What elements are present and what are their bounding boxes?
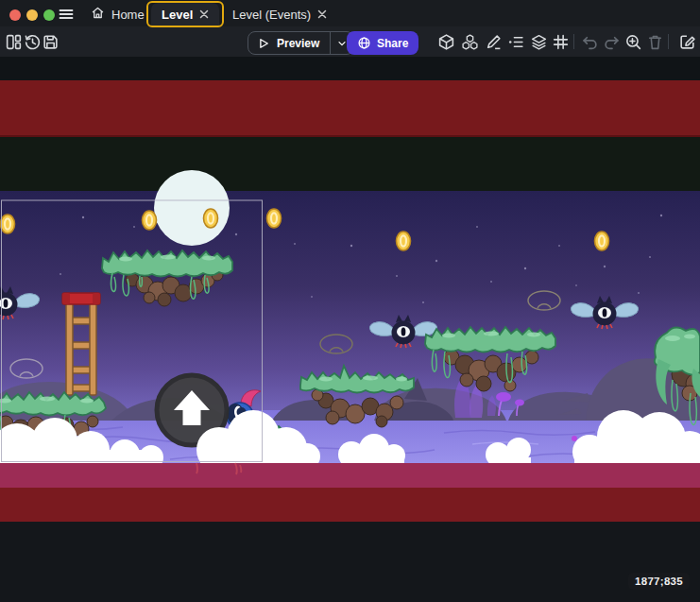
edit-object-button[interactable] [482, 30, 504, 53]
close-icon[interactable] [199, 9, 209, 19]
moon[interactable] [154, 170, 230, 246]
layers-button[interactable] [527, 30, 550, 53]
tab-level-events-label: Level (Events) [232, 8, 311, 22]
object-groups-icon [461, 33, 479, 51]
redo-button[interactable] [600, 30, 623, 53]
coin[interactable] [1, 215, 15, 233]
scene-editor-canvas[interactable]: 1877;835 [0, 57, 700, 602]
add-object-button[interactable] [435, 30, 457, 53]
scene-svg [0, 57, 700, 602]
delete-button[interactable] [643, 30, 666, 53]
instances-list-button[interactable] [504, 30, 526, 53]
close-window-button[interactable] [9, 9, 21, 21]
minimize-window-button[interactable] [26, 9, 38, 21]
share-button-label: Share [377, 37, 408, 50]
edit-scene-properties-button[interactable] [675, 30, 698, 53]
tab-level-events[interactable]: Level (Events) [232, 3, 327, 26]
grid-button[interactable] [549, 30, 572, 53]
app-window: Home Level Level (Events) Preview [0, 0, 700, 602]
undo-button[interactable] [578, 30, 601, 53]
grid-icon [552, 33, 570, 51]
hamburger-menu-icon[interactable] [57, 5, 75, 23]
globe-icon [357, 36, 371, 50]
save-icon [42, 33, 60, 51]
tab-home[interactable]: Home [91, 3, 145, 26]
zoom-in-icon [624, 33, 642, 51]
coin[interactable] [143, 211, 157, 230]
cursor-coordinates-badge: 1877;835 [628, 573, 690, 590]
coin[interactable] [595, 232, 609, 250]
dark-band[interactable] [0, 137, 700, 191]
toolbar-divider [668, 34, 669, 49]
close-icon[interactable] [317, 9, 327, 19]
preview-button-label: Preview [277, 37, 319, 50]
panels-icon [5, 33, 23, 51]
tab-level-label: Level [162, 8, 193, 22]
undo-icon [581, 33, 599, 51]
preview-button-main[interactable]: Preview [248, 32, 330, 54]
coin[interactable] [267, 209, 282, 228]
title-bar: Home Level Level (Events) [0, 0, 700, 26]
layers-icon [530, 33, 548, 51]
magenta-band[interactable] [0, 463, 700, 488]
coin[interactable] [397, 232, 411, 250]
share-button[interactable]: Share [347, 31, 418, 55]
play-icon [257, 37, 270, 50]
tab-level[interactable]: Level [151, 3, 219, 26]
edit-square-icon [678, 33, 696, 51]
pencil-icon [485, 33, 503, 51]
red-band-bottom[interactable] [0, 488, 700, 522]
tab-home-label: Home [111, 8, 145, 22]
zoom-in-button[interactable] [622, 30, 644, 53]
instances-list-icon [506, 33, 524, 51]
maximize-window-button[interactable] [43, 9, 55, 21]
save-button[interactable] [39, 30, 61, 53]
toolbar-divider [573, 34, 574, 49]
home-icon [91, 6, 105, 23]
object-groups-button[interactable] [458, 30, 481, 53]
redo-icon [603, 33, 621, 51]
cube-icon [437, 33, 455, 51]
trash-icon [646, 33, 664, 51]
preview-button[interactable]: Preview [248, 31, 354, 55]
red-band-top[interactable] [0, 80, 700, 137]
coin[interactable] [204, 209, 218, 228]
